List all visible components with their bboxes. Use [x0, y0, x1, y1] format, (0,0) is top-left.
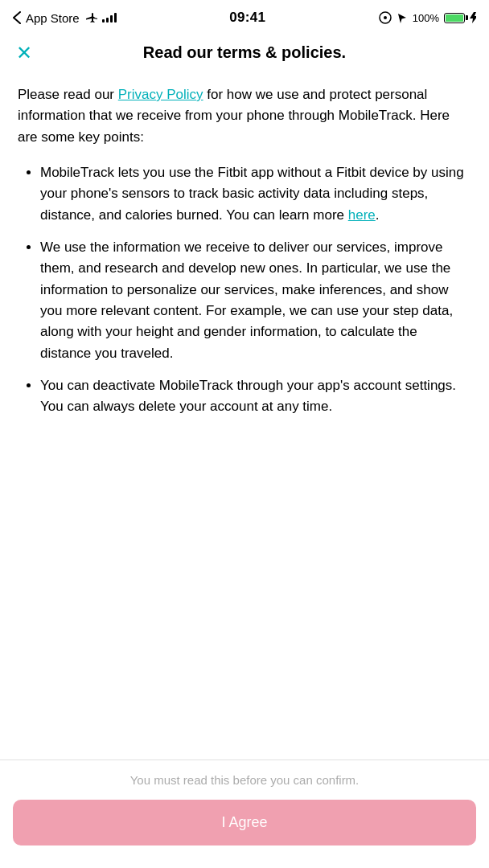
- bullet-2-text: We use the information we receive to del…: [40, 240, 453, 361]
- close-button[interactable]: ✕: [16, 43, 32, 63]
- svg-point-1: [384, 16, 387, 19]
- main-content: Please read our Privacy Policy for how w…: [0, 70, 489, 760]
- agree-button[interactable]: I Agree: [13, 800, 476, 845]
- bullet-1-text1: MobileTrack lets you use the Fitbit app …: [40, 165, 464, 223]
- navigation-icon: [397, 12, 408, 23]
- nav-header: ✕ Read our terms & policies.: [0, 35, 489, 70]
- footer: You must read this before you can confir…: [0, 760, 489, 868]
- battery-icon: [444, 13, 465, 23]
- battery-percent: 100%: [413, 12, 439, 24]
- bullet-list: MobileTrack lets you use the Fitbit app …: [18, 162, 471, 418]
- airplane-icon: [84, 11, 97, 24]
- location-icon: [379, 11, 392, 24]
- bullet-3-text: You can deactivate MobileTrack through y…: [40, 378, 456, 414]
- back-icon: [13, 11, 21, 24]
- battery-container: [444, 13, 465, 23]
- status-right: 100%: [379, 11, 476, 24]
- page-title: Read our terms & policies.: [143, 43, 346, 62]
- app-store-label: App Store: [26, 11, 80, 25]
- intro-text-1: Please read our: [18, 87, 118, 102]
- must-read-text: You must read this before you can confir…: [0, 760, 489, 796]
- signal-bars: [102, 13, 117, 23]
- status-bar: App Store 09:41 100%: [0, 0, 489, 35]
- list-item: MobileTrack lets you use the Fitbit app …: [40, 162, 471, 226]
- list-item: We use the information we receive to del…: [40, 237, 471, 364]
- here-link[interactable]: here: [348, 207, 376, 223]
- bullet-1-text2: .: [376, 207, 380, 223]
- list-item: You can deactivate MobileTrack through y…: [40, 375, 471, 418]
- intro-paragraph: Please read our Privacy Policy for how w…: [18, 84, 471, 148]
- status-left: App Store: [13, 11, 117, 25]
- privacy-policy-link[interactable]: Privacy Policy: [118, 87, 203, 102]
- charging-icon: [470, 12, 476, 23]
- status-time: 09:41: [229, 10, 265, 26]
